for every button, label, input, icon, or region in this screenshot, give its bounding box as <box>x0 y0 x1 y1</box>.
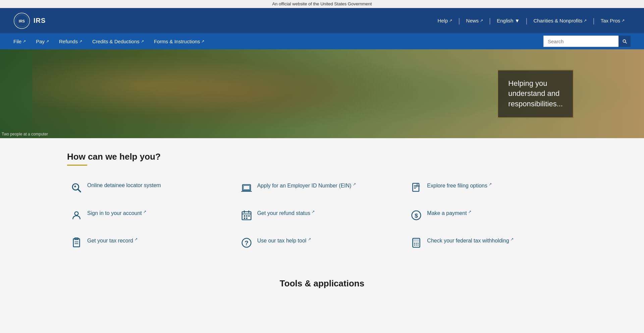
tools-section: Tools & applications <box>0 268 644 301</box>
tax-help-link[interactable]: Use our tax help tool ↗ <box>257 237 311 245</box>
svg-rect-34 <box>414 239 419 241</box>
charities-external-icon: ↗ <box>584 18 587 23</box>
refunds-external-icon: ↗ <box>79 39 82 44</box>
search-input[interactable] <box>543 36 631 47</box>
help-item-payment: $ Make a payment ↗ <box>407 203 577 227</box>
main-content: How can we help you? Online detainee loc… <box>0 138 644 268</box>
file-link[interactable]: File ↗ <box>13 34 26 49</box>
sign-in-link[interactable]: Sign in to your account ↗ <box>87 209 146 217</box>
svg-point-40 <box>418 244 419 245</box>
hero-text: Helping you understand and responsibilit… <box>508 78 563 109</box>
help-item-tax-record: Get your tax record ↗ <box>67 231 237 255</box>
top-nav-links: Help ↗ | News ↗ | English ▼ | Charities … <box>431 17 631 24</box>
help-heading: How can we help you? <box>67 152 577 162</box>
tools-heading: Tools & applications <box>67 278 577 289</box>
svg-rect-9 <box>243 185 250 189</box>
ein-link[interactable]: Apply for an Employer ID Number (EIN) ↗ <box>257 182 356 190</box>
credits-external-icon: ↗ <box>141 39 144 44</box>
help-item-free-file: Explore free filing options ↗ <box>407 176 577 200</box>
svg-rect-11 <box>413 183 419 191</box>
help-grid: Online detainee locator system Apply for… <box>67 176 577 255</box>
svg-text:?: ? <box>245 239 248 246</box>
irs-wordmark: IRS <box>34 17 46 24</box>
tax-pros-external-icon: ↗ <box>622 18 625 23</box>
top-nav: IRS IRS Help ↗ | News ↗ | English ▼ | Ch… <box>0 8 644 33</box>
hero-section: Helping you understand and responsibilit… <box>0 49 644 138</box>
refunds-link[interactable]: Refunds ↗ <box>59 34 82 49</box>
ein-external-icon: ↗ <box>353 182 356 186</box>
help-heading-underline <box>67 165 87 166</box>
laptop-icon <box>240 182 253 194</box>
search-icon <box>622 39 627 44</box>
svg-point-37 <box>418 243 419 244</box>
irs-logo-link[interactable]: IRS IRS <box>13 12 46 29</box>
free-file-link[interactable]: Explore free filing options ↗ <box>427 182 492 190</box>
search-magnify-icon <box>70 182 83 194</box>
withholding-external-icon: ↗ <box>511 237 514 241</box>
free-file-external-icon: ↗ <box>489 182 492 186</box>
svg-rect-24 <box>246 218 247 219</box>
svg-rect-20 <box>244 215 245 217</box>
tax-pros-link[interactable]: Tax Pros ↗ <box>595 18 631 23</box>
calendar-icon <box>240 209 253 221</box>
credits-link[interactable]: Credits & Deductions ↗ <box>92 34 144 49</box>
gov-banner: An official website of the United States… <box>0 0 644 8</box>
person-icon <box>70 209 83 221</box>
chevron-down-icon: ▼ <box>515 18 520 23</box>
refund-status-link[interactable]: Get your refund status ↗ <box>257 209 315 217</box>
tax-help-external-icon: ↗ <box>308 237 311 241</box>
tax-record-external-icon: ↗ <box>135 237 138 241</box>
svg-point-39 <box>416 244 417 245</box>
svg-point-36 <box>416 243 417 244</box>
help-section: How can we help you? Online detainee loc… <box>67 152 577 255</box>
dollar-circle-icon: $ <box>410 209 422 221</box>
calculator-icon <box>410 237 422 249</box>
svg-point-35 <box>414 243 415 244</box>
document-icon <box>410 182 422 194</box>
search-button[interactable] <box>619 36 631 47</box>
svg-rect-22 <box>248 215 250 217</box>
detainee-link[interactable]: Online detainee locator system <box>87 182 161 189</box>
news-external-icon: ↗ <box>480 18 483 23</box>
svg-line-4 <box>78 189 80 192</box>
news-link[interactable]: News ↗ <box>460 18 489 23</box>
hero-text-box: Helping you understand and responsibilit… <box>497 69 574 118</box>
help-link[interactable]: Help ↗ <box>431 18 458 23</box>
sign-in-external-icon: ↗ <box>143 210 146 214</box>
help-item-sign-in: Sign in to your account ↗ <box>67 203 237 227</box>
pay-link[interactable]: Pay ↗ <box>36 34 49 49</box>
payment-external-icon: ↗ <box>468 210 471 214</box>
pay-external-icon: ↗ <box>46 39 49 44</box>
hero-image-caption: Two people at a computer <box>2 132 48 136</box>
help-item-detainee: Online detainee locator system <box>67 176 237 200</box>
hero-people-overlay <box>32 49 419 138</box>
svg-rect-23 <box>244 218 245 219</box>
forms-external-icon: ↗ <box>201 39 204 44</box>
svg-point-38 <box>414 244 415 245</box>
help-item-tax-help: ? Use our tax help tool ↗ <box>237 231 407 255</box>
help-item-refund: Get your refund status ↗ <box>237 203 407 227</box>
svg-point-15 <box>75 212 78 215</box>
svg-text:IRS: IRS <box>19 19 25 23</box>
svg-rect-21 <box>246 215 247 217</box>
help-item-withholding: Check your federal tax withholding ↗ <box>407 231 577 255</box>
language-button[interactable]: English ▼ <box>491 18 526 23</box>
help-external-icon: ↗ <box>449 18 452 23</box>
svg-text:$: $ <box>415 212 418 219</box>
search-container <box>543 36 631 47</box>
tax-record-link[interactable]: Get your tax record ↗ <box>87 237 138 245</box>
file-external-icon: ↗ <box>23 39 26 44</box>
charities-link[interactable]: Charities & Nonprofits ↗ <box>528 18 593 23</box>
question-circle-icon: ? <box>240 237 253 249</box>
withholding-link[interactable]: Check your federal tax withholding ↗ <box>427 237 514 245</box>
help-item-ein: Apply for an Employer ID Number (EIN) ↗ <box>237 176 407 200</box>
forms-link[interactable]: Forms & Instructions ↗ <box>154 34 205 49</box>
clipboard-icon <box>70 237 83 249</box>
payment-link[interactable]: Make a payment ↗ <box>427 209 471 217</box>
irs-logo-icon: IRS <box>13 12 30 29</box>
secondary-nav: File ↗ Pay ↗ Refunds ↗ Credits & Deducti… <box>0 33 644 49</box>
refund-external-icon: ↗ <box>312 210 315 214</box>
